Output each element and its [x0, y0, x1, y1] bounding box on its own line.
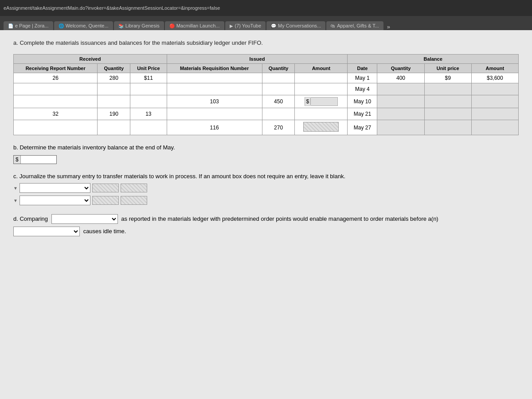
- journal-account-select-2[interactable]: [20, 196, 90, 205]
- tab-apparel-icon: 🛍: [331, 23, 335, 28]
- journal-row-2: ▼: [13, 196, 519, 205]
- row-0-unit-price2: $9: [424, 73, 471, 83]
- ledger-table: Received Issued Balance Receiving Report…: [13, 54, 519, 135]
- col-issued-qty: Quantity: [262, 64, 295, 73]
- col-unit-price: Unit Price: [130, 64, 167, 73]
- instruction-a: a. Complete the materials issuances and …: [13, 39, 519, 47]
- tab-youtube-label: (7) YouTube: [235, 23, 262, 28]
- row-1-bal-qty-input[interactable]: [385, 85, 416, 93]
- tab-page-label: e Page | Zora...: [15, 23, 49, 28]
- inventory-balance-input-wrapper[interactable]: $: [13, 155, 57, 164]
- row-4-date: May 27: [348, 120, 377, 135]
- row-4-mat-req: 116: [167, 120, 262, 135]
- row-3-unit-price2[interactable]: [424, 108, 471, 120]
- tab-macmillan[interactable]: 🔴 Macmillan Launch...: [165, 21, 224, 30]
- row-1-unit-price2-input[interactable]: [432, 85, 463, 93]
- table-row: 3219013May 21: [14, 108, 519, 120]
- tab-myconv[interactable]: 💬 My Conversations...: [266, 21, 325, 30]
- tab-myconv-label: My Conversations...: [278, 23, 321, 28]
- tabs-bar: 📄 e Page | Zora... 🌐 Welcome, Quente... …: [0, 16, 532, 30]
- row-4-bal-qty-input[interactable]: [385, 124, 416, 132]
- row-4-amount: [295, 120, 348, 135]
- row-4-unit-price2-input[interactable]: [432, 124, 463, 132]
- row-4-bal-amount-input[interactable]: [479, 124, 510, 132]
- table-row: 116270May 27: [14, 120, 519, 135]
- tab-youtube[interactable]: ▶ (7) YouTube: [225, 21, 266, 30]
- row-2-unit-price2-input[interactable]: [432, 98, 463, 106]
- row-2-date: May 10: [348, 95, 377, 108]
- row-1-bal-amount-input[interactable]: [479, 85, 510, 93]
- table-row: May 4: [14, 83, 519, 95]
- row-4-bal-amount[interactable]: [471, 120, 518, 135]
- row-4-bal-qty[interactable]: [377, 120, 424, 135]
- row-0-quantity: 280: [98, 73, 130, 83]
- row-3-unit-price: 13: [130, 108, 167, 120]
- instruction-d-label: d. Comparing: [13, 215, 48, 222]
- row-3-bal-amount-input[interactable]: [479, 110, 510, 118]
- col-receiving-report: Receiving Report Number: [14, 64, 98, 73]
- row-1-issued-qty: [262, 83, 295, 95]
- col-quantity: Quantity: [98, 64, 130, 73]
- row-3-unit-price2-input[interactable]: [432, 110, 463, 118]
- chevron-down-icon-1: ▼: [13, 186, 18, 191]
- tab-macmillan-label: Macmillan Launch...: [176, 23, 220, 28]
- table-row: 103450$May 10: [14, 95, 519, 108]
- row-2-bal-qty-input[interactable]: [385, 98, 416, 106]
- journal-debit-2[interactable]: [92, 196, 119, 205]
- row-3-date: May 21: [348, 108, 377, 120]
- row-4-receiving-report: [14, 120, 98, 135]
- row-3-bal-amount[interactable]: [471, 108, 518, 120]
- row-2-receiving-report: [14, 95, 98, 108]
- col-mat-req: Materials Requisition Number: [167, 64, 262, 73]
- row-0-receiving-report: 26: [14, 73, 98, 83]
- tab-macmillan-icon: 🔴: [169, 23, 175, 28]
- journal-row-1: ▼: [13, 183, 519, 193]
- row-3-bal-qty[interactable]: [377, 108, 424, 120]
- row-2-amount[interactable]: $: [295, 95, 348, 108]
- tab-welcome-label: Welcome, Quente...: [66, 23, 109, 28]
- row-2-unit-price2[interactable]: [424, 95, 471, 108]
- row-4-amount-hatch[interactable]: [303, 122, 339, 132]
- row-1-unit-price2[interactable]: [424, 83, 471, 95]
- row-2-amount-input[interactable]: [311, 98, 337, 106]
- more-tabs-button[interactable]: »: [384, 23, 393, 30]
- row-1-unit-price: [130, 83, 167, 95]
- col-bal-amount: Amount: [471, 64, 518, 73]
- tab-welcome[interactable]: 🌐 Welcome, Quente...: [54, 21, 113, 30]
- journal-debit-1[interactable]: [92, 184, 119, 192]
- row-1-amount: [295, 83, 348, 95]
- received-header: Received: [14, 55, 167, 64]
- section-a: a. Complete the materials issuances and …: [13, 39, 519, 135]
- journal-account-select-1[interactable]: [20, 183, 90, 193]
- col-bal-qty: Quantity: [377, 64, 424, 73]
- row-2-bal-qty[interactable]: [377, 95, 424, 108]
- row-2-bal-amount-input[interactable]: [479, 98, 510, 106]
- row-4-unit-price2[interactable]: [424, 120, 471, 135]
- browser-bar: eAssignment/takeAssignmentMain.do?invoke…: [0, 0, 532, 16]
- issued-header: Issued: [167, 55, 348, 64]
- tab-apparel[interactable]: 🛍 Apparel, Gifts & T...: [326, 21, 383, 30]
- tab-myconv-icon: 💬: [271, 23, 276, 28]
- section-d-dropdown2[interactable]: [13, 227, 80, 236]
- section-b: b. Determine the materials inventory bal…: [13, 144, 519, 164]
- row-2-bal-amount[interactable]: [471, 95, 518, 108]
- row-1-date: May 4: [348, 83, 377, 95]
- url-bar: eAssignment/takeAssignmentMain.do?invoke…: [4, 5, 528, 11]
- instruction-b: b. Determine the materials inventory bal…: [13, 144, 519, 151]
- journal-credit-2[interactable]: [121, 196, 147, 205]
- tab-youtube-icon: ▶: [230, 23, 233, 28]
- row-3-issued-qty: [262, 108, 295, 120]
- journal-credit-1[interactable]: [121, 184, 147, 192]
- row-3-bal-qty-input[interactable]: [385, 110, 416, 118]
- row-1-bal-amount[interactable]: [471, 83, 518, 95]
- row-3-quantity: 190: [98, 108, 130, 120]
- inventory-balance-input[interactable]: [21, 156, 56, 164]
- row-4-unit-price: [130, 120, 167, 135]
- section-d-dropdown1[interactable]: [51, 214, 118, 224]
- tab-page[interactable]: 📄 e Page | Zora...: [4, 21, 53, 30]
- row-1-bal-qty[interactable]: [377, 83, 424, 95]
- tab-libgen[interactable]: 📚 Library Genesis: [114, 21, 164, 30]
- row-3-receiving-report: 32: [14, 108, 98, 120]
- instruction-d3: causes idle time.: [83, 228, 126, 235]
- row-1-mat-req: [167, 83, 262, 95]
